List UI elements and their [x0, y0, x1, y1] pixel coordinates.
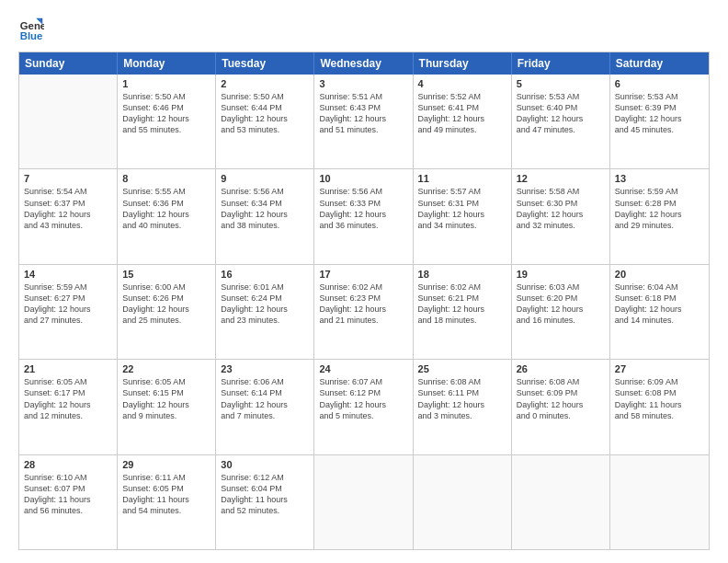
calendar-cell: 5Sunrise: 5:53 AMSunset: 6:40 PMDaylight… [512, 75, 610, 168]
calendar-cell: 17Sunrise: 6:02 AMSunset: 6:23 PMDayligh… [314, 265, 413, 359]
cell-info-line: and 34 minutes. [418, 220, 506, 231]
calendar-cell: 18Sunrise: 6:02 AMSunset: 6:21 PMDayligh… [414, 265, 512, 359]
calendar-body: 1Sunrise: 5:50 AMSunset: 6:46 PMDaylight… [19, 75, 709, 549]
cell-info-line: Sunrise: 5:52 AM [418, 91, 506, 102]
day-number: 15 [122, 269, 210, 280]
cell-info-line: Sunrise: 5:55 AM [122, 186, 210, 197]
cell-info-line: Sunset: 6:08 PM [615, 387, 704, 398]
calendar: SundayMondayTuesdayWednesdayThursdayFrid… [18, 52, 710, 550]
svg-text:Blue: Blue [20, 30, 43, 41]
calendar-cell: 10Sunrise: 5:56 AMSunset: 6:33 PMDayligh… [314, 169, 413, 263]
day-number: 6 [615, 78, 704, 89]
cell-info-line: Sunrise: 5:57 AM [418, 186, 506, 197]
cell-info-line: Daylight: 11 hours [122, 494, 210, 505]
cell-info-line: Sunrise: 6:02 AM [418, 282, 506, 293]
cell-info-line: Sunrise: 6:06 AM [221, 376, 309, 387]
calendar-cell [414, 455, 512, 549]
cell-info-line: Daylight: 12 hours [319, 113, 407, 124]
cell-info-line: Daylight: 12 hours [319, 399, 407, 410]
cell-info-line: Sunset: 6:11 PM [418, 387, 506, 398]
cell-info-line: Sunset: 6:21 PM [418, 293, 506, 304]
cell-info-line: Daylight: 12 hours [615, 209, 704, 220]
day-number: 22 [122, 363, 210, 374]
calendar-cell: 20Sunrise: 6:04 AMSunset: 6:18 PMDayligh… [610, 265, 709, 359]
weekday-header: Friday [512, 52, 610, 75]
day-number: 18 [418, 269, 506, 280]
calendar-cell: 12Sunrise: 5:58 AMSunset: 6:30 PMDayligh… [512, 169, 610, 263]
cell-info-line: Daylight: 12 hours [24, 304, 112, 315]
calendar-cell: 16Sunrise: 6:01 AMSunset: 6:24 PMDayligh… [216, 265, 314, 359]
cell-info-line: Sunrise: 6:00 AM [122, 282, 210, 293]
cell-info-line: Daylight: 12 hours [122, 304, 210, 315]
day-number: 17 [319, 269, 407, 280]
calendar-cell: 29Sunrise: 6:11 AMSunset: 6:05 PMDayligh… [118, 455, 216, 549]
cell-info-line: Sunrise: 5:59 AM [24, 282, 112, 293]
cell-info-line: Sunrise: 6:02 AM [319, 282, 407, 293]
cell-info-line: Sunrise: 6:08 AM [517, 376, 605, 387]
cell-info-line: Sunrise: 5:59 AM [615, 186, 704, 197]
calendar-cell: 26Sunrise: 6:08 AMSunset: 6:09 PMDayligh… [512, 360, 610, 454]
cell-info-line: Sunrise: 6:05 AM [24, 376, 112, 387]
cell-info-line: Daylight: 11 hours [24, 494, 112, 505]
cell-info-line: Sunrise: 5:56 AM [319, 186, 407, 197]
calendar-cell: 4Sunrise: 5:52 AMSunset: 6:41 PMDaylight… [414, 75, 512, 168]
cell-info-line: and 55 minutes. [122, 124, 210, 135]
cell-info-line: Sunset: 6:27 PM [24, 293, 112, 304]
weekday-header: Sunday [19, 52, 118, 75]
cell-info-line: and 23 minutes. [221, 315, 309, 326]
calendar-cell [610, 455, 709, 549]
calendar-cell [512, 455, 610, 549]
cell-info-line: Daylight: 11 hours [615, 399, 704, 410]
cell-info-line: Sunset: 6:20 PM [517, 293, 605, 304]
cell-info-line: Sunset: 6:26 PM [122, 293, 210, 304]
day-number: 16 [221, 269, 309, 280]
day-number: 4 [418, 78, 506, 89]
calendar-cell: 25Sunrise: 6:08 AMSunset: 6:11 PMDayligh… [414, 360, 512, 454]
cell-info-line: and 7 minutes. [221, 410, 309, 421]
day-number: 11 [418, 173, 506, 184]
cell-info-line: Daylight: 12 hours [122, 399, 210, 410]
calendar-cell: 14Sunrise: 5:59 AMSunset: 6:27 PMDayligh… [19, 265, 118, 359]
calendar-cell: 3Sunrise: 5:51 AMSunset: 6:43 PMDaylight… [314, 75, 413, 168]
cell-info-line: Daylight: 12 hours [418, 304, 506, 315]
day-number: 1 [122, 78, 210, 89]
logo-icon: General Blue [18, 17, 44, 42]
cell-info-line: Sunrise: 6:07 AM [319, 376, 407, 387]
cell-info-line: Sunset: 6:31 PM [418, 198, 506, 209]
cell-info-line: and 14 minutes. [615, 315, 704, 326]
cell-info-line: Daylight: 12 hours [517, 304, 605, 315]
day-number: 19 [517, 269, 605, 280]
day-number: 20 [615, 269, 704, 280]
day-number: 21 [24, 363, 112, 374]
calendar-row: 1Sunrise: 5:50 AMSunset: 6:46 PMDaylight… [19, 75, 709, 169]
cell-info-line: Sunrise: 5:58 AM [517, 186, 605, 197]
cell-info-line: and 9 minutes. [122, 410, 210, 421]
cell-info-line: and 40 minutes. [122, 220, 210, 231]
cell-info-line: and 25 minutes. [122, 315, 210, 326]
cell-info-line: Sunrise: 6:12 AM [221, 472, 309, 483]
day-number: 12 [517, 173, 605, 184]
calendar-cell: 22Sunrise: 6:05 AMSunset: 6:15 PMDayligh… [118, 360, 216, 454]
calendar-cell: 6Sunrise: 5:53 AMSunset: 6:39 PMDaylight… [610, 75, 709, 168]
day-number: 7 [24, 173, 112, 184]
cell-info-line: Sunrise: 6:05 AM [122, 376, 210, 387]
cell-info-line: and 47 minutes. [517, 124, 605, 135]
cell-info-line: and 45 minutes. [615, 124, 704, 135]
cell-info-line: and 51 minutes. [319, 124, 407, 135]
day-number: 8 [122, 173, 210, 184]
day-number: 25 [418, 363, 506, 374]
cell-info-line: Daylight: 12 hours [418, 209, 506, 220]
logo: General Blue [18, 17, 48, 42]
cell-info-line: and 58 minutes. [615, 410, 704, 421]
day-number: 28 [24, 459, 112, 470]
cell-info-line: Daylight: 12 hours [319, 304, 407, 315]
cell-info-line: Daylight: 12 hours [418, 113, 506, 124]
day-number: 5 [517, 78, 605, 89]
cell-info-line: Daylight: 12 hours [221, 209, 309, 220]
weekday-header: Monday [118, 52, 216, 75]
cell-info-line: and 5 minutes. [319, 410, 407, 421]
cell-info-line: and 29 minutes. [615, 220, 704, 231]
cell-info-line: and 16 minutes. [517, 315, 605, 326]
cell-info-line: Daylight: 12 hours [221, 304, 309, 315]
cell-info-line: and 0 minutes. [517, 410, 605, 421]
